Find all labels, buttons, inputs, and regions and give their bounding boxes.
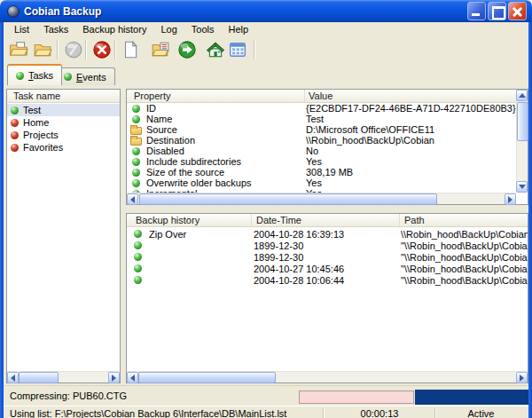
status-separator (323, 408, 324, 418)
task-label: Projects (23, 130, 59, 140)
task-row-projects[interactable]: Projects (7, 129, 120, 141)
home-icon[interactable] (206, 40, 225, 59)
task-row-favorites[interactable]: Favorites (7, 141, 120, 154)
property-row[interactable]: Destination \\Robin_hood\BackUp\Cobian (127, 135, 516, 146)
toolbar-separator (57, 40, 59, 59)
new-task-icon[interactable] (121, 40, 140, 59)
task-row-home[interactable]: Home (7, 116, 120, 129)
tab-events[interactable]: Events (55, 67, 115, 85)
property-row[interactable]: Size of the source 308,19 MB (127, 167, 516, 177)
abort-icon[interactable] (92, 40, 112, 59)
menu-tasks[interactable]: Tasks (36, 23, 75, 36)
backup-history-panel: Backup history Date-Time Path Zip Over 2… (126, 213, 528, 383)
menu-bar: List Tasks Backup history Log Tools Help (4, 22, 528, 37)
scroll-thumb[interactable] (517, 102, 528, 141)
status-state: Active (435, 408, 527, 418)
tab-tasks-label: Tasks (28, 70, 53, 81)
progress-row: Compressing: PUB60.CTG (4, 385, 528, 406)
history-row[interactable]: 2004-10-27 10:45:46 "\\Robin_hood\BackUp… (127, 263, 528, 274)
scroll-up-icon[interactable] (516, 90, 528, 101)
secondary-progress-bar (415, 390, 528, 405)
value-column-header[interactable]: Value (305, 90, 516, 102)
maximize-button-icon[interactable] (488, 2, 506, 20)
window-title: Cobian Backup (24, 5, 467, 18)
task-rows: Test Home Projects Favorites (7, 104, 120, 371)
history-row[interactable]: Zip Over 2004-10-28 16:39:13 \\Robin_hoo… (127, 228, 528, 240)
properties-vertical-scrollbar[interactable] (516, 90, 528, 193)
task-horizontal-scrollbar[interactable] (7, 371, 120, 383)
history-column-header[interactable]: Backup history (127, 214, 252, 226)
status-bar: Using list: F:\Projects\Cobian Backup 6\… (4, 406, 528, 418)
open-folder-icon[interactable] (33, 40, 52, 59)
path-column-header[interactable]: Path (400, 214, 528, 226)
close-button-icon[interactable] (508, 2, 527, 20)
property-column-header[interactable]: Property (127, 90, 305, 102)
datetime-column-header[interactable]: Date-Time (252, 214, 400, 226)
tab-status-icon (16, 72, 24, 80)
property-row[interactable]: Overwrite older backups Yes (127, 177, 516, 188)
status-dot-icon (132, 105, 140, 113)
open-list-icon[interactable] (9, 40, 28, 59)
scroll-thumb[interactable] (138, 372, 276, 383)
menu-backup-history[interactable]: Backup history (75, 23, 153, 36)
property-row[interactable]: Include subdirectories Yes (127, 156, 516, 167)
menu-log[interactable]: Log (153, 23, 184, 36)
title-bar: Cobian Backup (0, 0, 532, 22)
menu-tools[interactable]: Tools (184, 23, 222, 36)
scroll-down-icon[interactable] (516, 181, 528, 193)
app-window: Cobian Backup List Tasks Backup history … (0, 0, 532, 418)
app-icon (7, 5, 20, 18)
scroll-right-icon[interactable] (108, 372, 120, 383)
scroll-left-icon[interactable] (127, 372, 138, 383)
scroll-left-icon[interactable] (7, 372, 19, 383)
properties-header: Property Value (127, 90, 516, 103)
property-rows: ID {E2CBDF17-DF24-46BE-A71D-422710DE80B3… (127, 103, 516, 193)
pause-disabled-icon (64, 40, 83, 59)
folder-icon (130, 138, 142, 146)
property-row[interactable]: ID {E2CBDF17-DF24-46BE-A71D-422710DE80B3… (127, 103, 516, 114)
status-using-list: Using list: F:\Projects\Cobian Backup 6\… (10, 408, 322, 418)
progress-bar (299, 390, 414, 404)
minimize-button-icon[interactable] (467, 2, 486, 20)
grid-columns-icon[interactable] (228, 40, 247, 59)
tab-status-icon (64, 73, 72, 81)
status-dot-icon (11, 106, 19, 114)
toolbar-separator (254, 40, 255, 59)
history-horizontal-scrollbar[interactable] (127, 371, 528, 383)
property-row[interactable]: Name Test (127, 114, 516, 124)
menu-help[interactable]: Help (221, 23, 255, 36)
scroll-thumb[interactable] (139, 193, 437, 205)
history-row[interactable]: 2004-10-28 10:06:44 "\\Robin_hood\BackUp… (127, 274, 528, 286)
scroll-right-icon[interactable] (505, 193, 516, 205)
toolbar-separator (114, 40, 116, 59)
tab-tasks[interactable]: Tasks (7, 64, 62, 85)
task-label: Home (23, 117, 49, 128)
status-dot-icon (11, 119, 19, 127)
task-label: Test (23, 105, 41, 115)
properties-horizontal-scrollbar[interactable] (127, 193, 516, 204)
window-border-left (0, 22, 4, 418)
property-row[interactable]: Disabled No (127, 146, 516, 156)
history-row[interactable]: 1899-12-30 "\\Robin_hood\BackUp\Cobian\ (127, 240, 528, 251)
task-list-header[interactable]: Task name (7, 90, 120, 103)
edit-task-icon[interactable] (151, 40, 170, 59)
status-dot-icon (11, 144, 19, 152)
status-dot-icon (134, 276, 142, 284)
status-dot-icon (132, 179, 140, 187)
properties-panel: Property Value ID {E2CBDF17-DF24-46BE-A7… (126, 89, 528, 205)
scroll-thumb[interactable] (19, 372, 59, 383)
task-list-panel: Task name Test Home Projects Favorites (6, 89, 121, 383)
scroll-right-icon[interactable] (516, 372, 528, 383)
menu-list[interactable]: List (7, 23, 36, 36)
task-row-test[interactable]: Test (7, 104, 120, 116)
tab-row: Tasks Events (4, 63, 528, 85)
property-row[interactable]: Source D:\Microsoft Office\OFFICE11 (127, 124, 516, 135)
history-row[interactable]: 1899-12-30 "\\Robin_hood\BackUp\Cobian\ (127, 251, 528, 263)
scroll-left-icon[interactable] (127, 193, 138, 205)
status-dot-icon (134, 253, 142, 261)
status-dot-icon (132, 158, 140, 166)
status-elapsed-time: 00:00:13 (325, 408, 434, 418)
run-task-icon[interactable] (177, 40, 197, 59)
window-border-right (528, 22, 532, 418)
toolbar-separator (85, 40, 87, 59)
